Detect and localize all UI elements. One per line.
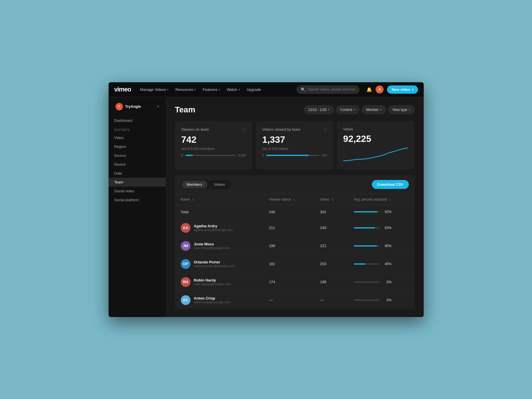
views-chart [343, 146, 408, 164]
filter-row: 12/12 - 1/20 ▾ Content ▾ Member ▾ View t… [304, 105, 415, 114]
data-table: Name ⇅ Viewed videos ⇅ Views ⇅ [175, 194, 415, 309]
sidebar-item-region[interactable]: Region [109, 142, 166, 151]
tab-group: Members Videos [181, 180, 231, 189]
info-icon: ⓘ [323, 127, 327, 132]
total-pct: 92% [348, 205, 415, 219]
sidebar-item-social-video[interactable]: Social video [109, 187, 166, 195]
col-name[interactable]: Name ⇅ [175, 194, 263, 205]
stat-value-views: 92,225 [343, 134, 408, 144]
table-row: AA Agatha Ardry agatha.ardry@tryangle.co… [175, 219, 415, 237]
content-area: Team 12/12 - 1/20 ▾ Content ▾ Member ▾ [166, 97, 424, 317]
chevron-down-icon: ▾ [412, 88, 413, 91]
stat-card-viewers: Viewers on team ⓘ 742 out of 5,000 membe… [175, 121, 253, 169]
chevron-down-icon: ▾ [380, 108, 382, 111]
member-email: josie.moss@tryangle.com [194, 246, 230, 250]
stat-sub-viewers: out of 5,000 members [181, 147, 246, 151]
sort-icon: ⇅ [192, 198, 194, 201]
col-viewed-videos[interactable]: Viewed videos ⇅ [263, 194, 315, 205]
sidebar-item-source[interactable]: Source [109, 151, 166, 160]
member-viewed-videos: 211 [263, 219, 315, 237]
member-name-cell: JM Josie Moss josie.moss@tryangle.com [175, 237, 263, 255]
chevron-down-icon: ▾ [409, 108, 410, 111]
nav-features[interactable]: Features ▾ [203, 87, 220, 92]
chevron-down-icon: ▾ [328, 108, 329, 111]
date-filter-button[interactable]: 12/12 - 1/20 ▾ [304, 105, 334, 114]
col-avg-pct[interactable]: Avg. percent watched ⇅ [348, 194, 415, 205]
nav-upgrade[interactable]: Upgrade [247, 87, 261, 92]
sidebar-item-date[interactable]: Date [109, 169, 166, 178]
member-views: — [314, 291, 348, 309]
sidebar: T TryAngle ▾ Dashboard REPORTS Video Reg… [109, 97, 166, 317]
stat-label-videos: Videos viewed by team ⓘ [262, 127, 327, 132]
new-video-button[interactable]: New video ▾ [387, 85, 418, 94]
col-views[interactable]: Views ⇅ [314, 194, 348, 205]
member-name: Josie Moss [194, 242, 230, 246]
sidebar-item-video[interactable]: Video [109, 133, 166, 142]
member-email: robin.hardy@tryangle.com [194, 282, 231, 286]
chevron-down-icon: ▾ [194, 88, 196, 91]
tab-members[interactable]: Members [182, 181, 207, 188]
table-row: OP Orlando Porter orlando.porter@tryangl… [175, 255, 415, 273]
top-nav: vimeo Manage Videos ▾ Resources ▾ Featur… [109, 82, 424, 97]
member-name: Orlando Porter [194, 260, 235, 264]
view-type-filter-button[interactable]: View type ▾ [388, 105, 415, 114]
sidebar-item-device[interactable]: Device [109, 160, 166, 169]
sidebar-item-dashboard[interactable]: Dashboard [109, 116, 166, 125]
member-name: Anton Crisp [194, 296, 231, 300]
avatar: JM [181, 241, 191, 251]
workspace-name: TryAngle [125, 104, 155, 109]
workspace-selector[interactable]: T TryAngle ▾ [111, 101, 164, 113]
member-pct: 45% [348, 255, 415, 273]
stat-value-videos: 1,337 [262, 134, 327, 145]
avatar[interactable]: A [376, 85, 384, 93]
sort-icon: ⇅ [293, 198, 295, 201]
stats-row: Viewers on team ⓘ 742 out of 5,000 membe… [175, 121, 415, 169]
member-name-cell: OP Orlando Porter orlando.porter@tryangl… [175, 255, 263, 273]
content-filter-button[interactable]: Content ▾ [336, 105, 360, 114]
search-input[interactable] [308, 87, 355, 91]
nav-watch[interactable]: Watch ▾ [227, 87, 240, 92]
member-views: 221 [314, 237, 348, 255]
member-filter-button[interactable]: Member ▾ [362, 105, 386, 114]
member-viewed-videos: 182 [263, 255, 315, 273]
member-pct: 0% [348, 273, 415, 291]
stat-card-videos: Videos viewed by team ⓘ 1,337 out of 419… [256, 121, 333, 169]
member-email: anton.crisp@tryangle.com [194, 300, 231, 304]
sidebar-item-social-platform[interactable]: Social platform [109, 195, 166, 204]
member-viewed-videos: — [263, 291, 315, 309]
page-header: Team 12/12 - 1/20 ▾ Content ▾ Member ▾ [175, 105, 415, 114]
chevron-down-icon: ▾ [238, 88, 240, 91]
member-views: 203 [314, 255, 348, 273]
member-email: agatha.ardry@tryangle.com [194, 228, 233, 232]
page-title: Team [175, 105, 195, 114]
sort-icon: ⇅ [331, 198, 333, 201]
workspace-icon: T [115, 103, 123, 110]
member-pct: 0% [348, 291, 415, 309]
nav-resources[interactable]: Resources ▾ [175, 87, 196, 92]
stat-bar-track [266, 155, 319, 156]
stat-value-viewers: 742 [181, 134, 246, 145]
stat-sub-videos: out of 419 videos [262, 147, 327, 151]
search-bar[interactable]: 🔍 [297, 85, 360, 94]
stat-label-views: Views [343, 127, 408, 131]
info-icon: ⓘ [242, 127, 246, 132]
nav-manage-videos[interactable]: Manage Videos ▾ [140, 87, 168, 92]
member-name-cell: AC Anton Crisp anton.crisp@tryangle.com [175, 291, 263, 309]
tab-videos[interactable]: Videos [209, 181, 230, 188]
total-viewed: 248 [263, 205, 315, 219]
download-csv-button[interactable]: Download CSV [372, 180, 409, 189]
main-layout: T TryAngle ▾ Dashboard REPORTS Video Reg… [109, 97, 424, 317]
stat-label-viewers: Viewers on team ⓘ [181, 127, 246, 132]
reports-section-label: REPORTS [109, 125, 166, 133]
member-name-cell: AA Agatha Ardry agatha.ardry@tryangle.co… [175, 219, 263, 237]
avatar: OP [181, 259, 191, 269]
bell-icon[interactable]: 🔔 [366, 87, 372, 92]
stat-bar-fill [266, 155, 309, 156]
table-row: RH Robin Hardy robin.hardy@tryangle.com … [175, 273, 415, 291]
sidebar-item-team[interactable]: Team [109, 178, 166, 187]
table-section: Members Videos Download CSV Name ⇅ [175, 175, 415, 309]
avatar: AA [181, 223, 191, 233]
table-total-row: Total 248 301 92% [175, 205, 415, 219]
total-views: 301 [314, 205, 348, 219]
chevron-down-icon: ▾ [354, 108, 355, 111]
